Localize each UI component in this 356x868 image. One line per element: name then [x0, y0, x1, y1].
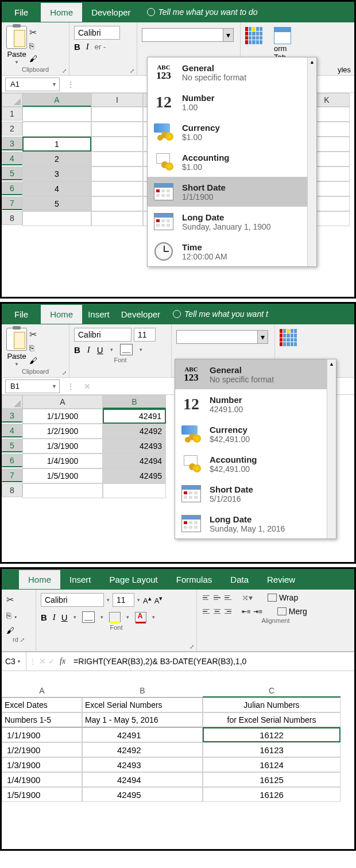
copy-icon[interactable]: ⎘ ▾: [6, 611, 31, 620]
scrollbar[interactable]: ▲: [307, 57, 316, 266]
cell-B5[interactable]: 42493: [82, 757, 203, 772]
wrap-text-button[interactable]: Wrap: [268, 593, 298, 602]
header-row-2[interactable]: Numbers 1-5: [2, 712, 82, 727]
cell-A7[interactable]: 1/5/1900: [2, 787, 82, 802]
font-name-combo[interactable]: Calibri: [41, 593, 104, 607]
tab-insert[interactable]: Insert: [60, 570, 100, 589]
name-box[interactable]: A1 ▼: [5, 78, 60, 91]
bold-button[interactable]: B: [41, 613, 47, 622]
cell-A7[interactable]: 5: [22, 196, 91, 211]
format-option-general[interactable]: ABC123GeneralNo specific format: [175, 359, 336, 389]
cell-C3[interactable]: 16122: [203, 727, 340, 742]
col-header-A[interactable]: A: [22, 93, 91, 107]
row-header-5[interactable]: 5: [2, 166, 22, 180]
tab-file[interactable]: File: [2, 3, 41, 22]
font-name-combo[interactable]: Calibri: [74, 26, 120, 40]
paste-button[interactable]: Paste ▼: [6, 328, 27, 367]
cell-A8[interactable]: [22, 211, 91, 226]
col-header-A[interactable]: A: [22, 395, 103, 409]
align-right-icon[interactable]: [223, 608, 233, 615]
decrease-font-icon[interactable]: A▾: [154, 595, 163, 605]
format-option-number[interactable]: 12Number1.00: [148, 87, 316, 117]
tab-file[interactable]: File: [2, 305, 41, 324]
tab-data[interactable]: Data: [221, 570, 258, 589]
format-option-shortdate[interactable]: Short Date1/1/1900: [148, 177, 316, 207]
decrease-indent-icon[interactable]: ⇤≡: [242, 608, 250, 615]
cell-C7[interactable]: 16126: [203, 787, 340, 802]
cell[interactable]: [91, 166, 143, 181]
cell-B5[interactable]: 42493: [103, 439, 166, 454]
header-row-1[interactable]: Excel Serial Numbers: [82, 698, 203, 712]
cell-A6[interactable]: 4: [22, 181, 91, 196]
conditional-formatting-icon[interactable]: [280, 329, 297, 346]
row-header-3[interactable]: 3: [2, 409, 22, 423]
cell-A8[interactable]: [22, 483, 103, 498]
scrollbar[interactable]: ▲: [327, 359, 336, 538]
format-painter-icon[interactable]: 🖌: [29, 356, 37, 365]
format-option-number[interactable]: 12Number42491.00: [175, 389, 336, 419]
cell-A5[interactable]: 1/3/1900: [22, 439, 103, 454]
cell[interactable]: [91, 211, 143, 226]
align-left-icon[interactable]: [202, 608, 211, 615]
paste-button[interactable]: Paste ▼: [6, 26, 27, 65]
bold-button[interactable]: B: [74, 42, 80, 52]
row-header-4[interactable]: 4: [2, 424, 22, 437]
borders-button[interactable]: [120, 344, 133, 355]
select-all-triangle[interactable]: [2, 93, 22, 107]
merge-button[interactable]: Merg: [277, 607, 307, 616]
increase-indent-icon[interactable]: ⇥≡: [253, 608, 262, 615]
underline-button[interactable]: U: [97, 345, 103, 355]
tab-insert[interactable]: Insert: [82, 305, 115, 324]
font-dialog-launcher-icon[interactable]: ⤢: [130, 68, 134, 74]
format-option-longdate[interactable]: Long DateSunday, January 1, 1900: [148, 207, 316, 237]
cell[interactable]: [91, 196, 143, 211]
cell-A3[interactable]: 1/1/1900: [22, 409, 103, 424]
row-header-8[interactable]: 8: [2, 483, 22, 497]
row-header-7[interactable]: 7: [2, 468, 22, 482]
row-header-5[interactable]: 5: [2, 439, 22, 452]
name-box[interactable]: B1 ▼: [5, 379, 60, 393]
formula-input[interactable]: =RIGHT(YEAR(B3),2)& B3-DATE(YEAR(B3),1,0: [70, 657, 246, 666]
italic-button[interactable]: I: [87, 345, 90, 355]
cell-B3[interactable]: 42491: [103, 409, 166, 424]
cut-icon[interactable]: ✂: [6, 594, 31, 605]
italic-button[interactable]: I: [53, 613, 56, 622]
align-bottom-icon[interactable]: [223, 594, 233, 602]
align-middle-icon[interactable]: [212, 594, 222, 602]
header-row-2[interactable]: for Excel Serial Numbers: [203, 712, 340, 727]
font-name-combo[interactable]: Calibri: [74, 328, 131, 342]
cell-A6[interactable]: 1/4/1900: [22, 454, 103, 468]
cell-B6[interactable]: 42494: [82, 772, 203, 787]
header-row-1[interactable]: Excel Dates: [2, 698, 82, 712]
row-header-4[interactable]: 4: [2, 152, 22, 165]
fill-color-button[interactable]: [109, 612, 121, 622]
borders-button[interactable]: [82, 611, 95, 623]
cell-B3[interactable]: 42491: [82, 727, 203, 742]
font-more[interactable]: er -: [95, 42, 106, 51]
format-option-currency[interactable]: Currency$42,491.00: [175, 419, 336, 449]
cell-B4[interactable]: 42492: [103, 424, 166, 439]
row-header-6[interactable]: 6: [2, 454, 22, 467]
header-row-2[interactable]: May 1 - May 5, 2016: [82, 712, 203, 727]
font-dialog-launcher-icon[interactable]: ⤢: [189, 644, 194, 650]
col-header-C[interactable]: C: [203, 685, 340, 698]
enter-icon[interactable]: ✓: [48, 657, 55, 666]
bold-button[interactable]: B: [74, 345, 80, 355]
scroll-up-icon[interactable]: ▲: [327, 359, 336, 369]
cell-A6[interactable]: 1/4/1900: [2, 772, 82, 787]
tell-me[interactable]: Tell me what you want t: [173, 309, 268, 319]
underline-button[interactable]: U: [61, 613, 68, 622]
tab-review[interactable]: Review: [258, 570, 304, 589]
orientation-icon[interactable]: ⤭▾: [242, 593, 253, 602]
cell-C5[interactable]: 16124: [203, 757, 340, 772]
fx-icon[interactable]: fx: [57, 657, 68, 666]
select-all-triangle[interactable]: [2, 395, 22, 409]
tell-me[interactable]: Tell me what you want to do: [147, 7, 258, 17]
cell[interactable]: [91, 107, 143, 122]
name-box[interactable]: C3 ▼: [2, 657, 26, 666]
cell-A4[interactable]: 1/2/1900: [22, 424, 103, 439]
cell-A4[interactable]: 1/2/1900: [2, 742, 82, 757]
format-option-time[interactable]: Time12:00:00 AM: [148, 237, 316, 266]
cell-B7[interactable]: 42495: [82, 787, 203, 802]
col-header-B[interactable]: B: [103, 395, 166, 409]
